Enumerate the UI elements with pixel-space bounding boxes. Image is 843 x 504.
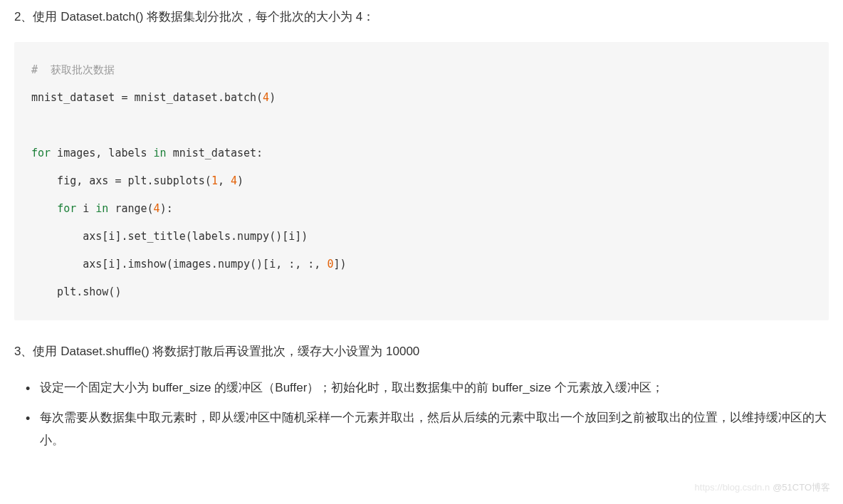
- section-3-heading: 3、使用 Dataset.shuffle() 将数据打散后再设置批次，缓存大小设…: [14, 342, 829, 362]
- code-keyword-in-2: in: [95, 202, 108, 215]
- code-line-3a: fig, axs = plt.subplots(: [31, 174, 211, 187]
- code-line-6b: ]): [333, 258, 346, 271]
- code-line-5: axs[i].set_title(labels.numpy()[i]): [31, 230, 308, 243]
- list-item: 设定一个固定大小为 buffer_size 的缓冲区（Buffer）；初始化时，…: [40, 377, 829, 399]
- code-num-1: 1: [211, 174, 218, 187]
- code-line-1b: ): [269, 91, 276, 104]
- code-line-6a: axs[i].imshow(images.numpy()[i, :, :,: [31, 258, 327, 271]
- code-num-4: 4: [263, 91, 269, 104]
- section-2-heading: 2、使用 Dataset.batch() 将数据集划分批次，每个批次的大小为 4…: [14, 7, 829, 28]
- code-line-3c: ,: [218, 174, 231, 187]
- code-line-3b: ): [237, 174, 244, 187]
- code-line-7: plt.show(): [31, 285, 121, 298]
- code-line-1a: mnist_dataset = mnist_dataset.batch(: [31, 91, 263, 104]
- code-keyword-in: in: [154, 147, 167, 159]
- code-num-4c: 4: [154, 202, 160, 215]
- list-item: 每次需要从数据集中取元素时，即从缓冲区中随机采样一个元素并取出，然后从后续的元素…: [40, 406, 829, 453]
- code-line-2b: mnist_dataset:: [167, 147, 263, 159]
- code-line-4c: ):: [160, 202, 173, 215]
- code-line-4b: range(: [108, 202, 153, 215]
- code-block: # 获取批次数据 mnist_dataset = mnist_dataset.b…: [14, 42, 829, 320]
- code-line-4a: i: [76, 202, 95, 215]
- code-comment: # 获取批次数据: [31, 63, 115, 76]
- code-keyword-for-2: for: [57, 202, 76, 215]
- code-line-2a: images, labels: [51, 147, 154, 159]
- code-keyword-for: for: [31, 147, 51, 159]
- bullet-list: 设定一个固定大小为 buffer_size 的缓冲区（Buffer）；初始化时，…: [14, 377, 829, 453]
- code-num-4b: 4: [231, 174, 237, 187]
